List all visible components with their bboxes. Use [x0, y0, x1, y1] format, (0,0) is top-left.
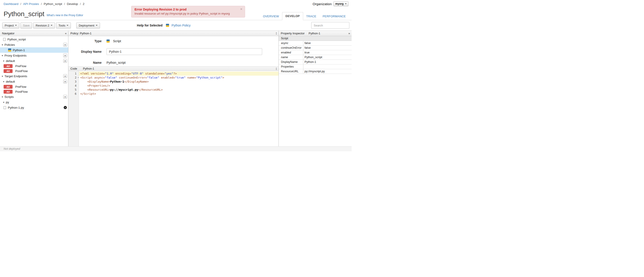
nav-item-postflow[interactable]: AllPostFlow: [0, 69, 68, 73]
nav-item-default[interactable]: ▾default+: [0, 79, 68, 84]
add-button[interactable]: +: [63, 54, 67, 58]
code-line-5[interactable]: 5 <ResourceURL>py://myscript.py</Resourc…: [68, 88, 278, 92]
add-button[interactable]: +: [63, 80, 67, 84]
code-lines: 1<?xml version="1.0" encoding="UTF-8" st…: [68, 71, 278, 96]
status-bar: Not deployed: [0, 146, 352, 151]
python-script-icon: [8, 49, 11, 52]
code-token: </DisplayName>: [124, 80, 149, 83]
breadcrumb-separator: /: [79, 2, 82, 6]
code-line-text: <ResourceURL>py://myscript.py</ResourceU…: [79, 88, 278, 92]
add-button[interactable]: +: [63, 74, 67, 78]
nav-item-policies[interactable]: ▾Policies+: [0, 42, 68, 47]
nav-item-py[interactable]: ▾py: [0, 99, 68, 105]
property-key: enabled: [279, 50, 304, 55]
code-token: "yes": [164, 72, 173, 75]
collapse-panel-icon[interactable]: «: [65, 32, 66, 35]
tab-trace[interactable]: TRACE: [303, 13, 320, 20]
property-table: asyncfalsecontinueOnErrorfalseenabledtru…: [279, 41, 352, 74]
breadcrumb: Dashboard / API Proxies / Python_script …: [4, 2, 348, 6]
code-line-1[interactable]: 1<?xml version="1.0" encoding="UTF-8" st…: [68, 72, 278, 76]
code-line-3[interactable]: 3 <DisplayName>Python-1</DisplayName>: [68, 80, 278, 84]
nav-item-preflow[interactable]: AllPreFlow: [0, 64, 68, 69]
organization-select[interactable]: myorg: [334, 1, 348, 6]
type-label: Type: [68, 39, 102, 43]
property-row-continueonerror: continueOnErrorfalse: [279, 46, 352, 50]
navigator-header: Navigator «: [0, 31, 68, 36]
code-token: >: [222, 76, 224, 79]
code-editor[interactable]: 1<?xml version="1.0" encoding="UTF-8" st…: [68, 71, 278, 146]
chevron-down-icon: [345, 3, 347, 4]
property-inspector-header: Property Inspector Python-1 »: [279, 31, 352, 36]
type-value: Script: [113, 39, 121, 43]
tab-overview[interactable]: OVERVIEW: [260, 13, 282, 20]
deployment-button[interactable]: Deployment: [76, 23, 100, 29]
close-icon[interactable]: ×: [240, 7, 242, 12]
navigator-title: Navigator: [2, 32, 14, 35]
add-button[interactable]: +: [63, 95, 67, 99]
code-token: standalone=: [144, 72, 164, 75]
nav-item-label: Python-1: [13, 49, 25, 52]
nav-item-python-script[interactable]: Python_script: [0, 37, 68, 42]
code-token: "Python_script": [196, 76, 222, 79]
project-button[interactable]: Project: [2, 23, 19, 29]
tools-button[interactable]: Tools: [56, 23, 71, 29]
breadcrumb-item-dashboard[interactable]: Dashboard: [4, 2, 18, 6]
line-number: 4: [68, 84, 79, 88]
add-button[interactable]: +: [63, 43, 67, 47]
code-line-2[interactable]: 2▾<Script async="false" continueOnError=…: [68, 76, 278, 80]
nav-item-preflow[interactable]: AllPreFlow: [0, 84, 68, 89]
property-key: DisplayName: [279, 60, 304, 64]
delete-icon[interactable]: ✕: [64, 106, 67, 109]
code-line-4[interactable]: 4 <Properties/>: [68, 84, 278, 88]
organization-value: myorg: [335, 2, 344, 6]
code-token: <DisplayName>: [80, 80, 110, 83]
organization-label: Organization: [312, 2, 332, 6]
code-token: <?xml: [80, 72, 91, 75]
nav-item-label: default: [6, 59, 15, 63]
flow-condition-badge: All: [4, 69, 12, 73]
nav-item-label: Target Endpoints: [4, 75, 27, 78]
nav-item-target-endpoints[interactable]: ▾Target Endpoints+: [0, 73, 68, 79]
fold-arrow-icon[interactable]: ▾: [78, 76, 79, 80]
code-line-6[interactable]: 6</Script>: [68, 92, 278, 96]
nav-item-scripts[interactable]: ▾Scripts+: [0, 94, 68, 99]
expand-collapse-icon[interactable]: ▴▾: [276, 67, 277, 70]
tab-develop[interactable]: DEVELOP: [282, 12, 303, 20]
expand-panel-icon[interactable]: »: [348, 32, 350, 35]
chevron-down-icon: ▾: [2, 75, 3, 77]
nav-item-python-1[interactable]: Python-1: [0, 47, 68, 53]
nav-item-default[interactable]: ▾default+: [0, 58, 68, 64]
property-key: continueOnError: [279, 46, 304, 50]
tab-performance[interactable]: PERFORMANCE: [320, 13, 349, 20]
nav-item-label: py: [6, 101, 9, 104]
add-button[interactable]: +: [63, 59, 67, 63]
expand-collapse-icon[interactable]: ▴▾: [276, 32, 277, 35]
name-label: Name: [68, 61, 102, 64]
python-policy-help-link[interactable]: Python Policy: [172, 24, 190, 27]
nav-item-proxy-endpoints[interactable]: ▾Proxy Endpoints+: [0, 53, 68, 58]
property-value: false: [304, 46, 352, 50]
code-token: name=: [186, 76, 196, 79]
nav-item-python-1-py[interactable]: Python-1.py✕: [0, 105, 68, 110]
code-line-text: <Script async="false" continueOnError="f…: [79, 76, 278, 80]
whats-new-link[interactable]: What's new in the Proxy Editor: [47, 14, 83, 17]
property-value: false: [304, 41, 352, 45]
breadcrumb-item-api-proxies[interactable]: API Proxies: [23, 2, 39, 6]
save-button[interactable]: Save: [20, 23, 32, 29]
line-number: 1: [68, 72, 79, 76]
display-name-input[interactable]: [106, 48, 262, 55]
python-script-icon: [166, 24, 169, 27]
code-token: py://myscript.py: [110, 88, 138, 91]
deployment-button-label: Deployment: [79, 24, 94, 27]
code-file-name: Python-1: [83, 67, 94, 70]
breadcrumb-separator: /: [40, 2, 42, 6]
code-line-text: </Script>: [79, 92, 278, 96]
property-row-resourceurl: ResourceURLpy://myscript.py: [279, 69, 352, 74]
breadcrumb-item-develop: Develop: [67, 2, 78, 6]
nav-item-postflow[interactable]: AllPostFlow: [0, 89, 68, 94]
property-key: Properties: [279, 64, 304, 69]
help-for-selected-label: Help for Selected: [137, 24, 162, 27]
revision-button[interactable]: Revision 2: [33, 23, 55, 29]
search-input[interactable]: [311, 22, 349, 29]
file-icon: [4, 106, 6, 109]
